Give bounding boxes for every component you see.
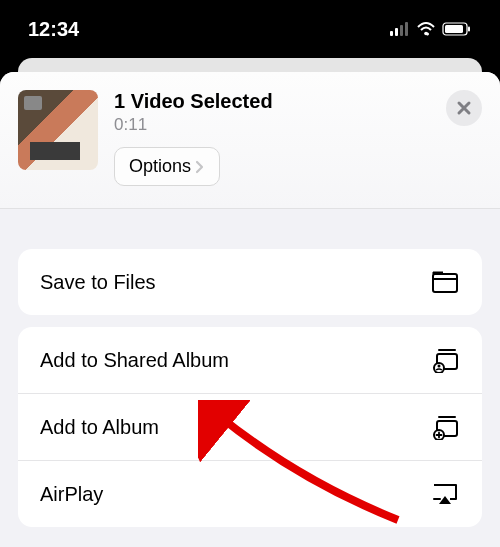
- add-to-album-label: Add to Album: [40, 416, 159, 439]
- save-to-files-label: Save to Files: [40, 271, 156, 294]
- svg-point-11: [438, 365, 441, 368]
- svg-rect-6: [445, 25, 463, 33]
- video-duration: 0:11: [114, 115, 430, 135]
- close-icon: [456, 100, 472, 116]
- add-to-album-row[interactable]: Add to Album: [18, 393, 482, 460]
- svg-rect-2: [400, 25, 403, 36]
- share-sheet: 1 Video Selected 0:11 Options Save to Fi…: [0, 72, 500, 547]
- svg-rect-8: [433, 274, 457, 292]
- action-group-2: Add to Shared Album Add to Album: [18, 327, 482, 527]
- status-icons: [390, 22, 472, 36]
- folder-icon: [430, 267, 460, 297]
- status-time: 12:34: [28, 18, 79, 41]
- action-group-1: Save to Files: [18, 249, 482, 315]
- save-to-files-row[interactable]: Save to Files: [18, 249, 482, 315]
- chevron-right-icon: [195, 160, 205, 174]
- airplay-row[interactable]: AirPlay: [18, 460, 482, 527]
- status-bar: 12:34: [0, 0, 500, 58]
- signal-icon: [390, 22, 410, 36]
- header-info: 1 Video Selected 0:11 Options: [114, 90, 430, 186]
- wifi-icon: [416, 22, 436, 36]
- video-thumbnail[interactable]: [18, 90, 98, 170]
- airplay-label: AirPlay: [40, 483, 103, 506]
- add-to-shared-album-label: Add to Shared Album: [40, 349, 229, 372]
- airplay-icon: [430, 479, 460, 509]
- options-button[interactable]: Options: [114, 147, 220, 186]
- selection-title: 1 Video Selected: [114, 90, 430, 113]
- add-album-icon: [430, 412, 460, 442]
- shared-album-icon: [430, 345, 460, 375]
- battery-icon: [442, 22, 472, 36]
- svg-rect-3: [405, 22, 408, 36]
- sheet-header: 1 Video Selected 0:11 Options: [0, 72, 500, 209]
- add-to-shared-album-row[interactable]: Add to Shared Album: [18, 327, 482, 393]
- svg-rect-1: [395, 28, 398, 36]
- options-label: Options: [129, 156, 191, 177]
- svg-rect-0: [390, 31, 393, 36]
- svg-rect-7: [468, 27, 470, 32]
- svg-point-4: [424, 32, 428, 36]
- close-button[interactable]: [446, 90, 482, 126]
